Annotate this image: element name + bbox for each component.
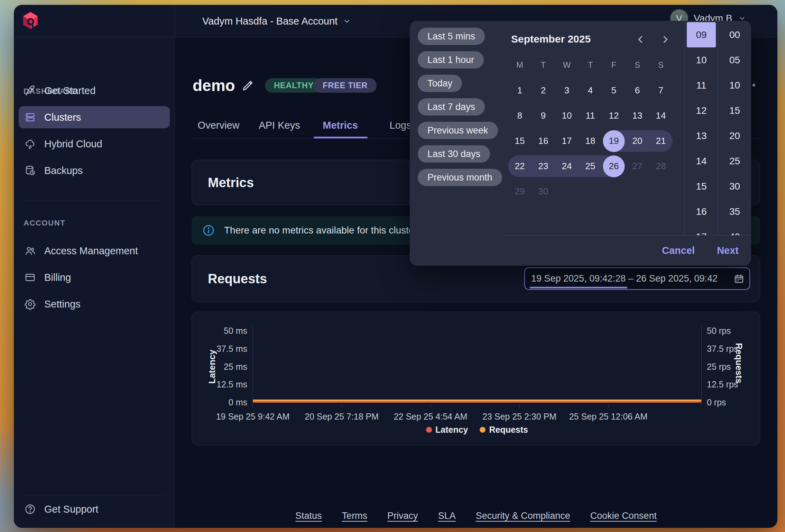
calendar-day[interactable]: 10 — [555, 103, 579, 128]
calendar-weeks: 1 2 3 4 5 6 — [508, 78, 673, 204]
quick-range-option[interactable]: Last 1 hour — [418, 51, 484, 68]
quick-range-option[interactable]: Last 7 days — [418, 98, 485, 116]
date-input-focus-bar — [530, 287, 627, 288]
sidebar-item[interactable]: Settings — [19, 293, 170, 315]
hour-option[interactable]: 10 — [685, 47, 718, 73]
sidebar-item[interactable]: Access Management — [19, 240, 170, 262]
date-range-value[interactable] — [531, 268, 725, 289]
edit-cluster-name-button[interactable] — [241, 78, 255, 93]
legend-label: Latency — [435, 425, 468, 435]
sidebar-section-account: ACCOUNT — [24, 219, 65, 228]
calendar-day[interactable]: 5 — [602, 78, 626, 103]
next-button[interactable]: Next — [717, 245, 739, 256]
calendar-day[interactable]: 3 — [555, 78, 579, 103]
calendar-day[interactable]: 21 — [649, 128, 673, 154]
minute-option[interactable]: 20 — [718, 123, 751, 148]
calendar-day[interactable]: 22 — [508, 154, 532, 179]
calendar-day[interactable]: 28 — [649, 154, 673, 179]
tab[interactable]: Metrics — [323, 120, 358, 131]
next-month-button[interactable] — [659, 33, 671, 46]
calendar-day[interactable]: 7 — [649, 78, 673, 103]
calendar-day[interactable]: 29 — [508, 179, 532, 204]
tab[interactable]: Logs — [390, 120, 412, 131]
requests-chart: Latency Requests 50 ms37.5 ms25 ms12.5 m… — [192, 312, 760, 446]
date-range-input[interactable] — [524, 267, 750, 290]
sidebar-item[interactable]: Hybrid Cloud — [19, 133, 170, 155]
sidebar-item-label: Hybrid Cloud — [44, 138, 102, 150]
calendar-icon[interactable] — [733, 273, 745, 284]
calendar-day[interactable]: 13 — [626, 103, 649, 128]
footer-link[interactable]: Security & Compliance — [476, 511, 570, 521]
sidebar-item[interactable]: Get Started — [19, 80, 170, 102]
x-tickmark — [253, 404, 253, 407]
quick-range-option[interactable]: Last 5 mins — [418, 28, 485, 45]
footer-link[interactable]: Terms — [342, 511, 368, 521]
get-support-link[interactable]: Get Support — [24, 503, 98, 515]
calendar-day[interactable]: 6 — [626, 78, 649, 103]
footer-link[interactable]: SLA — [438, 511, 456, 521]
hour-option[interactable]: 15 — [685, 174, 718, 199]
cancel-button[interactable]: Cancel — [662, 245, 695, 256]
help-icon — [24, 503, 36, 515]
tab[interactable]: Overview — [198, 120, 240, 131]
calendar-day[interactable]: 18 — [579, 128, 602, 154]
hour-option[interactable]: 14 — [685, 148, 718, 174]
quick-range-option[interactable]: Last 30 days — [418, 145, 490, 163]
minute-option[interactable]: 00 — [718, 22, 751, 47]
calendar-day[interactable]: 19 — [602, 128, 626, 154]
legend-item[interactable]: Requests — [480, 425, 528, 435]
hour-option[interactable]: 09 — [687, 22, 716, 47]
quick-range-option[interactable]: Previous month — [418, 169, 502, 186]
calendar-day[interactable]: 27 — [626, 154, 649, 179]
sidebar-item-label: Get Started — [44, 85, 95, 97]
calendar-day[interactable]: 12 — [602, 103, 626, 128]
hour-option[interactable]: 12 — [685, 98, 718, 123]
tab[interactable]: API Keys — [259, 120, 300, 131]
legend-item[interactable]: Latency — [426, 425, 468, 435]
account-switcher[interactable]: Vadym Hasdfa - Base Account — [202, 5, 351, 37]
calendar-day[interactable]: 4 — [579, 78, 602, 103]
calendar-day[interactable]: 8 — [508, 103, 532, 128]
weekday-label: M — [508, 60, 532, 70]
sidebar-item[interactable]: Billing — [19, 266, 170, 288]
x-tickmark — [519, 404, 520, 407]
footer-link[interactable]: Cookie Consent — [590, 511, 657, 521]
calendar-day[interactable]: 26 — [602, 154, 626, 179]
calendar-day[interactable]: 24 — [555, 154, 579, 179]
footer-link[interactable]: Privacy — [387, 511, 418, 521]
quick-range-option[interactable]: Today — [418, 75, 462, 92]
calendar-day[interactable]: 23 — [532, 154, 555, 179]
calendar-day[interactable]: 15 — [508, 128, 532, 154]
more-actions-button[interactable] — [752, 84, 755, 86]
calendar-day[interactable]: 25 — [579, 154, 602, 179]
calendar-day[interactable]: 16 — [532, 128, 555, 154]
qdrant-logo[interactable] — [21, 11, 40, 31]
minute-option[interactable]: 10 — [718, 73, 751, 98]
hour-option[interactable]: 11 — [685, 73, 718, 98]
minute-option[interactable]: 40 — [718, 224, 751, 235]
account-switcher-label: Vadym Hasdfa - Base Account — [202, 16, 338, 27]
minute-option[interactable]: 35 — [718, 199, 751, 224]
minute-option[interactable]: 30 — [718, 174, 751, 199]
sidebar-item[interactable]: Backups — [19, 159, 170, 182]
hour-option[interactable]: 17 — [685, 224, 718, 235]
minute-option[interactable]: 15 — [718, 98, 751, 123]
calendar-day[interactable]: 17 — [555, 128, 579, 154]
calendar-day[interactable]: 14 — [649, 103, 673, 128]
calendar-day[interactable]: 1 — [508, 78, 532, 103]
x-axis-label: 19 Sep 25 9:42 AM — [216, 412, 290, 422]
footer-link[interactable]: Status — [295, 511, 322, 521]
weekday-label: W — [555, 60, 579, 70]
calendar-day[interactable]: 9 — [532, 103, 555, 128]
quick-range-option[interactable]: Previous week — [418, 122, 498, 139]
minute-option[interactable]: 05 — [718, 47, 751, 73]
hour-option[interactable]: 13 — [685, 123, 718, 148]
hour-option[interactable]: 16 — [685, 199, 718, 224]
app-window: Vadym Hasdfa - Base Account V Vadym B DA… — [14, 5, 777, 528]
calendar-day[interactable]: 30 — [532, 179, 555, 204]
calendar-day[interactable]: 2 — [532, 78, 555, 103]
calendar-day[interactable]: 20 — [626, 128, 649, 154]
calendar-day[interactable]: 11 — [579, 103, 602, 128]
previous-month-button[interactable] — [635, 33, 647, 46]
minute-option[interactable]: 25 — [718, 148, 751, 174]
